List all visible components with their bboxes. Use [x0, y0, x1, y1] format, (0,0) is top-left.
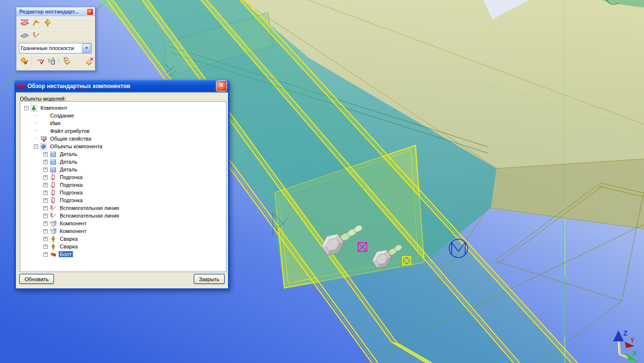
direction-icon[interactable] [43, 18, 52, 27]
tree-item-3[interactable]: Файл атрибутов [20, 127, 226, 135]
tree-connector [34, 130, 38, 131]
collapse-icon[interactable]: − [34, 144, 38, 149]
tree-item-1[interactable]: Создание [20, 112, 226, 119]
expand-icon[interactable]: + [43, 229, 48, 233]
collapse-icon[interactable]: − [24, 106, 28, 110]
plane-blue-icon[interactable] [20, 31, 29, 39]
tree-item-11[interactable]: +Подгонка [20, 189, 226, 196]
close-icon[interactable]: ✕ [216, 80, 227, 91]
tree-item-label: Вспомогательная линия [59, 213, 120, 219]
expand-icon[interactable]: + [43, 168, 48, 172]
tree-connector [34, 115, 38, 116]
part-icon [50, 158, 57, 166]
expand-icon[interactable]: + [43, 245, 48, 249]
close-icon[interactable]: ✕ [86, 8, 94, 15]
tree-item-0[interactable]: −Компонент [20, 104, 226, 112]
tree-item-10[interactable]: +Подгонка [20, 181, 226, 189]
close-button[interactable]: Закрыть [194, 274, 225, 284]
editor-toolbar-titlebar[interactable]: Редактор нестандарт... ✕ [16, 7, 95, 16]
objects-icon [40, 143, 47, 150]
tree-item-label: Подгонка [59, 190, 83, 195]
toolbar-separator [32, 57, 33, 65]
tree-item-label: Подгонка [59, 174, 83, 180]
delx-icon[interactable] [85, 57, 94, 65]
angle-icon[interactable] [32, 18, 40, 27]
save2-icon[interactable] [74, 57, 82, 65]
expand-icon[interactable]: + [43, 206, 48, 210]
tree-item-label: Сварка [59, 236, 79, 242]
tree-item-13[interactable]: +Вспомогательная линия [20, 204, 226, 212]
fitting-icon [50, 182, 57, 189]
y-axis-label: Y [631, 337, 634, 344]
dialog-titlebar[interactable]: Обзор нестандартных компонентов ✕ [14, 79, 229, 92]
save-icon[interactable] [63, 57, 71, 65]
tree-item-label: Вспомогательная линия [59, 205, 120, 211]
expand-icon[interactable]: + [43, 198, 48, 203]
refresh-button[interactable]: Обновить [19, 274, 54, 284]
tree-item-label: Болт [59, 251, 73, 257]
part-icon [50, 166, 57, 173]
tree-item-19[interactable]: +Болт [20, 250, 226, 258]
tree-item-label: Деталь [59, 159, 78, 165]
plane-icon[interactable] [20, 18, 29, 27]
expand-icon[interactable]: + [43, 191, 48, 195]
expand-icon[interactable]: + [43, 221, 48, 226]
tree-item-18[interactable]: +Сварка [20, 243, 226, 250]
editor-toolbar-row-2 [16, 29, 95, 41]
tree-item-6[interactable]: +Деталь [20, 150, 226, 158]
tree-item-12[interactable]: +Подгонка [20, 196, 226, 204]
construction-line-icon [50, 205, 57, 212]
tree-item-label: Компонент [40, 105, 68, 111]
expand-icon[interactable]: + [43, 252, 48, 257]
tree-item-4[interactable]: Общие свойства [20, 135, 226, 143]
apply-icon[interactable] [20, 57, 28, 65]
expand-icon[interactable]: + [43, 214, 48, 218]
editor-toolbar-row-1 [16, 16, 95, 29]
tree-item-16[interactable]: +Компонент [20, 227, 226, 235]
chevron-down-icon[interactable]: ▼ [82, 43, 91, 53]
editor-toolbar-title: Редактор нестандарт... [19, 9, 86, 14]
tree-item-label: Компонент [59, 228, 87, 234]
subcomponent-icon [50, 228, 57, 235]
tree-item-label: Деталь [59, 151, 78, 157]
hierarchy-icon[interactable] [47, 57, 55, 65]
model-objects-tree[interactable]: −КомпонентСозданиеИмяФайл атрибутовОбщие… [20, 101, 227, 272]
tree-item-14[interactable]: +Вспомогательная линия [20, 212, 226, 220]
fitting-icon [50, 174, 57, 181]
weld-icon [50, 243, 57, 250]
tree-item-label: Деталь [59, 167, 78, 172]
boundary-planes-dropdown[interactable]: Граничные плоскости ▼ [19, 43, 92, 53]
tree-item-15[interactable]: +Компонент [20, 220, 226, 227]
z-axis-label: Z [623, 329, 628, 337]
x-axis-label: X [632, 350, 637, 357]
subcomponent-icon [50, 220, 57, 227]
toolbar-separator [59, 57, 60, 65]
editor-toolbar-row-3 [16, 55, 95, 67]
tree-item-2[interactable]: Имя [20, 119, 226, 127]
dialog-title: Обзор нестандартных компонентов [27, 83, 216, 90]
tree-item-label: Подгонка [59, 197, 83, 203]
redline-icon[interactable] [32, 31, 40, 39]
tree-item-label: Имя [49, 120, 61, 126]
dots-check-icon[interactable] [36, 57, 44, 65]
tree-item-8[interactable]: +Деталь [20, 166, 226, 173]
tree-item-9[interactable]: +Подгонка [20, 173, 226, 181]
bolt-icon [50, 251, 57, 258]
expand-icon[interactable]: + [43, 152, 48, 156]
tree-item-label: Создание [49, 113, 75, 118]
tree-connector [34, 138, 38, 139]
component-icon [30, 104, 38, 112]
component-browser-dialog: Обзор нестандартных компонентов ✕ Объект… [14, 79, 229, 290]
editor-toolbar-window: Редактор нестандарт... ✕ Граничные плоск… [16, 7, 95, 71]
expand-icon[interactable]: + [43, 160, 48, 164]
weld-icon [50, 235, 57, 243]
tree-item-7[interactable]: +Деталь [20, 158, 226, 166]
construction-line-icon [50, 212, 57, 220]
expand-icon[interactable]: + [43, 183, 48, 187]
fitting-icon [50, 189, 57, 196]
tekla-logo-icon [17, 82, 25, 90]
tree-item-17[interactable]: +Сварка [20, 235, 226, 243]
tree-item-5[interactable]: −Объекты компонента [20, 143, 226, 150]
expand-icon[interactable]: + [43, 175, 48, 180]
expand-icon[interactable]: + [43, 237, 48, 241]
